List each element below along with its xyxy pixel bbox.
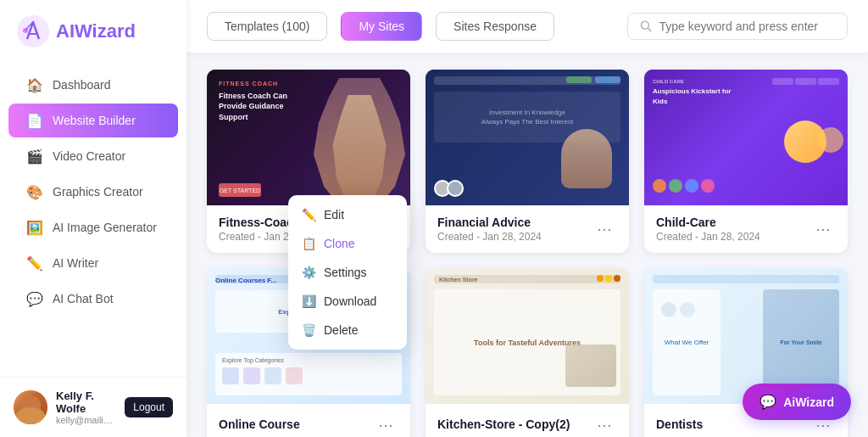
- dropdown-menu: ✏️ Edit 📋 Clone ⚙️ Settings ⬇️ Download …: [288, 195, 407, 350]
- nav-items: 🏠 Dashboard 📄 Website Builder 🎬 Video Cr…: [0, 59, 186, 377]
- avatar: [14, 390, 47, 424]
- card-info-childcare: Child-Care Created - Jan 28, 2024 ⋯: [644, 205, 848, 253]
- sidebar-item-website-builder[interactable]: 📄 Website Builder: [8, 104, 178, 137]
- tab-templates[interactable]: Templates (100): [207, 12, 327, 41]
- card-info-kitchen: Kitchen-Store - Copy(2) ⋯: [426, 404, 629, 437]
- card-financial-advice: Investment In KnowledgeAlways Pays The B…: [426, 70, 629, 253]
- card-thumb-kitchen: Kitchen Store Tools for Tasteful Adventu…: [426, 268, 629, 404]
- ai-image-generator-icon: 🖼️: [27, 220, 42, 235]
- card-text: Online Course: [219, 417, 300, 433]
- logo-icon: [17, 15, 49, 48]
- dropdown-item-delete[interactable]: 🗑️ Delete: [288, 316, 407, 345]
- edit-icon: ✏️: [302, 208, 315, 221]
- card-child-care: CHILD CARE Auspicious Kickstart for Kids: [644, 70, 848, 253]
- search-input[interactable]: [659, 20, 835, 33]
- settings-icon: ⚙️: [302, 266, 315, 279]
- ai-chat-bot-icon: 💬: [27, 291, 42, 306]
- user-name: Kelly F. Wolfe: [56, 389, 116, 415]
- dropdown-label: Clone: [324, 237, 355, 250]
- avatar-image: [14, 390, 47, 424]
- card-text: Dentists: [656, 417, 703, 433]
- logo-text: AIWizard: [56, 20, 136, 42]
- svg-point-0: [17, 15, 49, 48]
- dropdown-label: Edit: [324, 208, 344, 221]
- delete-icon: 🗑️: [302, 323, 315, 337]
- card-info-online: Online Course ⋯: [207, 404, 410, 437]
- tab-sites-response[interactable]: Sites Response: [436, 12, 554, 41]
- card-thumb-fitness: FITNESS COACH Fitness Coach Can Provide …: [207, 70, 410, 205]
- card-text: Financial Advice Created - Jan 28, 2024: [437, 216, 542, 243]
- card-title: Online Course: [219, 417, 300, 431]
- user-email: kelly@mailinator.com: [56, 415, 116, 425]
- card-date: Created - Jan 28, 2024: [656, 231, 760, 243]
- sidebar: AIWizard 🏠 Dashboard 📄 Website Builder 🎬…: [0, 0, 186, 437]
- sidebar-item-label: Video Creator: [53, 149, 125, 163]
- graphics-creator-icon: 🎨: [27, 184, 42, 199]
- card-menu-button-kitchen[interactable]: ⋯: [592, 414, 617, 436]
- sidebar-item-ai-chat-bot[interactable]: 💬 AI Chat Bot: [8, 282, 178, 316]
- download-icon: ⬇️: [302, 294, 315, 308]
- sidebar-item-dashboard[interactable]: 🏠 Dashboard: [8, 68, 178, 102]
- clone-icon: 📋: [302, 237, 315, 250]
- card-text: Kitchen-Store - Copy(2): [437, 417, 570, 433]
- sidebar-item-label: AI Chat Bot: [53, 292, 114, 305]
- dashboard-icon: 🏠: [27, 77, 42, 92]
- dropdown-label: Delete: [324, 323, 358, 337]
- card-menu-button-financial[interactable]: ⋯: [592, 218, 617, 240]
- sidebar-item-ai-writer[interactable]: ✏️ AI Writer: [8, 246, 178, 280]
- sidebar-item-label: Website Builder: [53, 114, 136, 127]
- card-title: Dentists: [656, 417, 703, 431]
- dropdown-label: Download: [324, 294, 376, 308]
- user-info: Kelly F. Wolfe kelly@mailinator.com: [56, 389, 116, 425]
- top-bar: Templates (100) My Sites Sites Response: [186, 0, 868, 53]
- card-date: Created - Jan 28, 2024: [437, 231, 542, 243]
- dropdown-item-clone[interactable]: 📋 Clone: [288, 229, 407, 258]
- sidebar-bottom: Kelly F. Wolfe kelly@mailinator.com Logo…: [0, 377, 186, 437]
- sidebar-item-label: Dashboard: [53, 78, 111, 92]
- card-menu-button-childcare[interactable]: ⋯: [810, 218, 836, 240]
- video-creator-icon: 🎬: [27, 148, 42, 164]
- aiwizard-chat-button[interactable]: 💬 AiWizard: [743, 384, 851, 420]
- search-bar: [627, 13, 848, 40]
- search-icon: [640, 20, 652, 33]
- card-info-financial: Financial Advice Created - Jan 28, 2024 …: [426, 205, 629, 253]
- card-title: Financial Advice: [437, 216, 542, 229]
- card-title: Kitchen-Store - Copy(2): [437, 417, 570, 431]
- chat-bubble-icon: 💬: [760, 394, 776, 410]
- sidebar-item-ai-image-generator[interactable]: 🖼️ AI Image Generator: [8, 210, 178, 244]
- website-builder-icon: 📄: [27, 113, 42, 128]
- sidebar-item-label: AI Image Generator: [53, 221, 157, 234]
- ai-writer-icon: ✏️: [27, 255, 42, 271]
- sidebar-item-graphics-creator[interactable]: 🎨 Graphics Creator: [8, 175, 178, 209]
- sidebar-item-video-creator[interactable]: 🎬 Video Creator: [8, 139, 178, 173]
- tab-my-sites[interactable]: My Sites: [341, 12, 422, 41]
- card-thumb-childcare: CHILD CARE Auspicious Kickstart for Kids: [644, 70, 848, 205]
- card-text: Child-Care Created - Jan 28, 2024: [656, 216, 760, 243]
- sidebar-item-label: Graphics Creator: [53, 185, 143, 199]
- dropdown-label: Settings: [324, 266, 367, 279]
- logo-area: AIWizard: [0, 0, 186, 59]
- logout-button[interactable]: Logout: [125, 397, 173, 417]
- card-menu-button-online[interactable]: ⋯: [373, 414, 398, 436]
- card-kitchen-store: Kitchen Store Tools for Tasteful Adventu…: [426, 268, 629, 437]
- dropdown-item-edit[interactable]: ✏️ Edit: [288, 200, 407, 229]
- dropdown-item-settings[interactable]: ⚙️ Settings: [288, 258, 407, 287]
- sidebar-item-label: AI Writer: [53, 256, 98, 270]
- dropdown-item-download[interactable]: ⬇️ Download: [288, 287, 407, 316]
- aiwizard-btn-label: AiWizard: [783, 395, 834, 409]
- card-thumb-financial: Investment In KnowledgeAlways Pays The B…: [426, 70, 629, 205]
- card-title: Child-Care: [656, 216, 760, 229]
